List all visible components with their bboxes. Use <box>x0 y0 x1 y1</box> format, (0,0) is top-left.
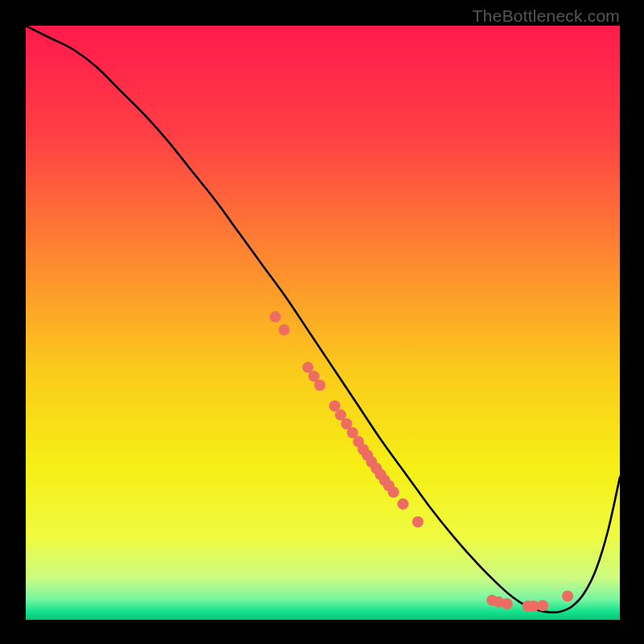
data-marker <box>270 312 281 323</box>
data-marker <box>502 598 513 609</box>
data-marker <box>562 590 573 601</box>
watermark-text: TheBottleneck.com <box>473 6 620 26</box>
data-marker <box>412 516 423 527</box>
data-marker <box>314 379 325 390</box>
data-marker <box>388 486 399 497</box>
data-marker <box>537 600 548 611</box>
bottleneck-chart <box>26 26 620 620</box>
data-marker <box>279 324 290 336</box>
chart-background <box>26 26 620 620</box>
data-marker <box>398 498 409 510</box>
